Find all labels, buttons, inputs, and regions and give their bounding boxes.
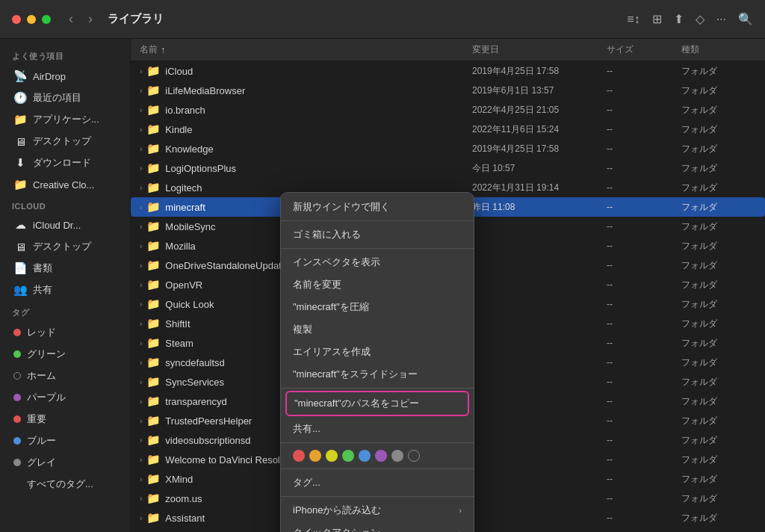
tag-color-purple[interactable] <box>375 450 387 462</box>
menu-item-share[interactable]: 共有... <box>281 418 474 440</box>
sidebar-item-tag-gray[interactable]: グレイ <box>4 452 126 473</box>
sidebar-item-label: ブルー <box>27 434 56 448</box>
sidebar-item-label: 共有 <box>33 283 52 297</box>
tag-dot-purple <box>13 394 21 401</box>
sidebar-item-creative[interactable]: 📁 Creative Clo... <box>4 174 126 195</box>
menu-separator <box>281 496 474 497</box>
sidebar-item-label: すべてのタグ... <box>13 477 93 491</box>
sidebar-item-tag-home[interactable]: ホーム <box>4 365 126 386</box>
sidebar-item-icloud-drive[interactable]: ☁ iCloud Dr... <box>4 214 126 235</box>
sidebar-item-label: iCloud Dr... <box>33 220 81 231</box>
maximize-button[interactable] <box>42 15 51 24</box>
sidebar-item-tag-purple[interactable]: パープル <box>4 387 126 408</box>
menu-item-label: iPhoneから読み込む <box>293 504 381 517</box>
submenu-chevron-icon: › <box>459 528 462 532</box>
menu-item-open-new-window[interactable]: 新規ウインドウで開く <box>281 196 474 218</box>
sidebar-item-tag-all[interactable]: すべてのタグ... <box>4 474 126 495</box>
toolbar-right: ≡↕ ⊞ ⬆ ◇ ··· 🔍 <box>627 12 753 26</box>
tag-color-gray[interactable] <box>391 450 403 462</box>
sidebar-item-tag-blue[interactable]: ブルー <box>4 430 126 451</box>
sidebar-item-icloud-docs[interactable]: 📄 書類 <box>4 258 126 279</box>
back-button[interactable]: ‹ <box>66 10 76 28</box>
sidebar-item-recents[interactable]: 🕐 最近の項目 <box>4 87 126 108</box>
titlebar: ‹ › ライブラリ ≡↕ ⊞ ⬆ ◇ ··· 🔍 <box>0 0 765 39</box>
sidebar-item-label: デスクトップ <box>33 240 91 253</box>
sidebar-item-label: ダウンロード <box>33 156 91 170</box>
menu-item-quick-actions[interactable]: クイックアクション› <box>281 522 474 532</box>
menu-item-tags[interactable]: タグ... <box>281 471 474 494</box>
sidebar-item-applications[interactable]: 📁 アプリケーシ... <box>4 109 126 130</box>
sidebar: よく使う項目 📡 AirDrop 🕐 最近の項目 📁 アプリケーシ... 🖥 デ… <box>0 39 131 532</box>
tag-color-red[interactable] <box>293 450 305 462</box>
menu-item-inspector[interactable]: インスペクタを表示 <box>281 251 474 273</box>
sidebar-item-label: アプリケーシ... <box>33 113 99 126</box>
tag-dot-gray <box>13 459 21 466</box>
more-icon[interactable]: ··· <box>716 13 726 26</box>
grid-view-icon[interactable]: ⊞ <box>652 12 662 26</box>
icloud-shared-icon: 👥 <box>13 283 27 297</box>
menu-item-duplicate[interactable]: 複製 <box>281 318 474 341</box>
menu-item-label: エイリアスを作成 <box>293 345 371 359</box>
sidebar-item-label: 書類 <box>33 262 52 275</box>
desktop-icon: 🖥 <box>13 135 27 148</box>
menu-item-label: ゴミ箱に入れる <box>293 228 361 241</box>
menu-item-label: "minecraft"のパス名をコピー <box>294 397 419 410</box>
applications-icon: 📁 <box>13 113 27 126</box>
main-layout: よく使う項目 📡 AirDrop 🕐 最近の項目 📁 アプリケーシ... 🖥 デ… <box>0 39 765 532</box>
menu-item-compress[interactable]: "minecraft"を圧縮 <box>281 296 474 318</box>
minimize-button[interactable] <box>27 15 36 24</box>
list-view-icon[interactable]: ≡↕ <box>627 13 639 26</box>
tag-color-row <box>281 445 474 466</box>
menu-separator <box>281 468 474 469</box>
menu-separator <box>281 388 474 389</box>
sidebar-item-label: グレイ <box>27 456 56 469</box>
icloud-docs-icon: 📄 <box>13 262 27 275</box>
traffic-lights <box>12 15 51 24</box>
favorites-label: よく使う項目 <box>0 45 130 65</box>
menu-item-label: 新規ウインドウで開く <box>293 200 390 214</box>
tag-dot-important <box>13 415 21 423</box>
downloads-icon: ⬇ <box>13 156 27 170</box>
menu-separator <box>281 248 474 249</box>
sidebar-item-label: パープル <box>27 391 66 404</box>
tag-color-none[interactable] <box>408 450 420 462</box>
forward-button[interactable]: › <box>85 10 96 28</box>
menu-separator <box>281 220 474 221</box>
menu-item-alias[interactable]: エイリアスを作成 <box>281 341 474 363</box>
sidebar-item-label: ホーム <box>27 369 56 383</box>
sidebar-item-icloud-desktop[interactable]: 🖥 デスクトップ <box>4 236 126 257</box>
sidebar-item-downloads[interactable]: ⬇ ダウンロード <box>4 152 126 173</box>
sidebar-item-label: レッド <box>27 326 56 339</box>
context-menu-overlay: 新規ウインドウで開くゴミ箱に入れるインスペクタを表示名前を変更"minecraf… <box>131 39 765 532</box>
tag-dot-home <box>13 372 21 380</box>
sidebar-item-tag-red[interactable]: レッド <box>4 322 126 343</box>
sidebar-item-icloud-shared[interactable]: 👥 共有 <box>4 279 126 300</box>
menu-item-label: タグ... <box>293 476 320 489</box>
sidebar-item-desktop[interactable]: 🖥 デスクトップ <box>4 131 126 152</box>
menu-item-label: インスペクタを表示 <box>293 256 380 269</box>
menu-item-trash[interactable]: ゴミ箱に入れる <box>281 223 474 246</box>
sidebar-item-tag-important[interactable]: 重要 <box>4 409 126 430</box>
window-title: ライブラリ <box>108 12 164 26</box>
sidebar-item-label: AirDrop <box>33 71 66 82</box>
tag-icon[interactable]: ◇ <box>696 12 704 26</box>
search-icon[interactable]: 🔍 <box>738 12 753 26</box>
menu-item-slideshow[interactable]: "minecraft"をスライドショー <box>281 363 474 386</box>
close-button[interactable] <box>12 15 21 24</box>
icloud-label: iCloud <box>0 196 130 214</box>
tag-color-yellow[interactable] <box>326 450 338 462</box>
tag-dot-red <box>13 329 21 336</box>
tag-color-blue[interactable] <box>359 450 371 462</box>
icloud-drive-icon: ☁ <box>13 218 27 232</box>
tag-color-green[interactable] <box>342 450 354 462</box>
tag-color-orange[interactable] <box>309 450 321 462</box>
sidebar-item-label: Creative Clo... <box>33 179 94 191</box>
sidebar-item-airdrop[interactable]: 📡 AirDrop <box>4 66 126 87</box>
menu-item-copy-path[interactable]: "minecraft"のパス名をコピー <box>285 391 469 416</box>
share-icon[interactable]: ⬆ <box>674 12 684 26</box>
menu-item-iphone[interactable]: iPhoneから読み込む› <box>281 499 474 522</box>
sidebar-item-tag-green[interactable]: グリーン <box>4 344 126 365</box>
menu-item-rename[interactable]: 名前を変更 <box>281 273 474 296</box>
menu-item-label: クイックアクション <box>293 526 380 532</box>
recents-icon: 🕐 <box>13 91 27 105</box>
